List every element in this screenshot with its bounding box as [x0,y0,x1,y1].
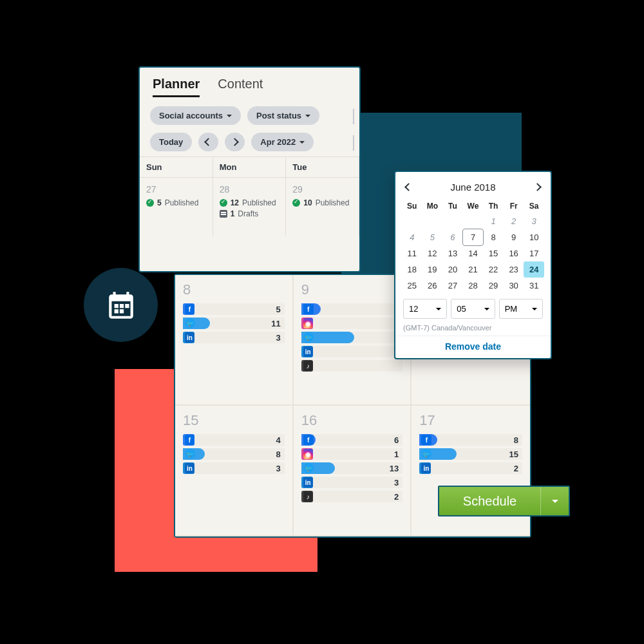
planner-day-cell[interactable]: 2910Published [286,178,359,236]
date-cell[interactable]: 21 [463,261,484,278]
time-minute-select[interactable]: 05 [451,299,495,319]
network-count: 11 [271,319,284,328]
month-select[interactable]: Apr 2022 [251,133,314,151]
planner-day-cell[interactable]: 275Published [140,178,213,236]
date-cell[interactable]: 3 [524,213,544,229]
week-day-cell[interactable]: 17f8🐦15in2 [412,406,530,536]
day-number: 8 [183,281,285,298]
picker-dow-row: SuMoTuWeThFrSa [395,199,551,213]
date-cell[interactable]: 20 [442,261,463,278]
time-minute-value: 05 [457,304,466,314]
next-month-arrow[interactable] [532,178,543,195]
date-cell[interactable]: 22 [483,261,504,278]
time-hour-select[interactable]: 12 [403,299,447,319]
date-cell[interactable]: 6 [442,229,463,245]
date-cell[interactable]: 7 [463,229,484,245]
remove-date-link[interactable]: Remove date [395,336,551,354]
week-day-cell[interactable]: 16f6◉1🐦13in3♪2 [294,406,412,536]
date-cell[interactable]: 29 [483,278,504,294]
network-row[interactable]: f [301,303,403,315]
calendar-badge [84,268,158,342]
week-day-cell[interactable]: 15f4🐦8in3 [175,406,294,536]
status-count: 12 [231,198,239,207]
week-day-cell[interactable]: 8f5🐦11in3 [175,275,294,406]
calendar-icon [105,289,137,321]
network-row[interactable]: ♪ [301,360,403,372]
network-row[interactable]: in [301,346,403,357]
date-cell[interactable]: 16 [504,245,524,261]
day-number: 9 [301,281,403,298]
today-button[interactable]: Today [150,133,192,151]
day-number: 15 [183,412,285,429]
network-row[interactable]: f4 [183,434,285,446]
status-count: 5 [157,198,162,207]
status-line: 1Drafts [220,209,279,218]
status-line: 10Published [292,198,352,207]
date-cell[interactable]: 26 [422,278,443,294]
network-row[interactable]: f5 [183,303,285,315]
date-cell[interactable]: 4 [402,229,422,245]
tab-planner[interactable]: Planner [153,77,200,97]
date-cell[interactable]: 27 [442,278,463,294]
linkedin-icon: in [303,477,313,488]
date-cell[interactable]: 5 [422,229,443,245]
network-count: 3 [276,464,284,473]
check-icon [292,199,300,207]
date-cell[interactable]: 18 [402,261,422,278]
network-row[interactable]: ◉ [301,317,403,329]
network-row[interactable]: 🐦13 [301,462,403,474]
chevron-down-icon [299,137,305,147]
network-row[interactable]: ◉1 [301,448,403,460]
time-ampm-select[interactable]: PM [499,299,543,319]
chevron-left-icon [205,137,211,147]
network-row[interactable]: 🐦 [301,332,403,343]
date-cell[interactable]: 15 [483,245,504,261]
network-row[interactable]: f6 [301,434,403,446]
date-cell[interactable]: 19 [422,261,443,278]
status-label: Published [165,198,199,207]
date-cell[interactable]: 25 [402,278,422,294]
filter-post-status[interactable]: Post status [247,106,319,125]
date-cell[interactable]: 9 [504,229,524,245]
planner-panel: Planner Content Social accounts Post sta… [138,66,361,272]
next-month-button[interactable] [225,133,245,151]
date-cell[interactable]: 24 [524,261,544,278]
network-row[interactable]: in3 [301,477,403,488]
date-cell[interactable]: 2 [504,213,524,229]
prev-month-arrow[interactable] [403,178,414,195]
tab-content[interactable]: Content [218,77,263,97]
date-cell[interactable]: 12 [422,245,443,261]
date-cell[interactable]: 14 [463,245,484,261]
prev-month-button[interactable] [198,133,218,151]
date-cell[interactable]: 28 [463,278,484,294]
network-row[interactable]: in3 [183,332,285,343]
network-row[interactable]: in2 [419,462,522,474]
network-row[interactable]: 🐦15 [419,448,522,460]
planner-day-cell[interactable]: 2812Published1Drafts [213,178,287,236]
filter-label: Social accounts [159,111,223,120]
filter-social-accounts[interactable]: Social accounts [150,106,241,125]
date-cell[interactable]: 31 [524,278,544,294]
date-cell[interactable]: 8 [483,229,504,245]
schedule-button[interactable]: Schedule [438,486,570,516]
linkedin-icon: in [185,463,194,473]
filter-label: Post status [256,111,301,120]
date-cell[interactable]: 10 [524,229,544,245]
date-cell[interactable]: 11 [402,245,422,261]
schedule-dropdown-toggle[interactable] [540,487,569,515]
network-row[interactable]: 🐦11 [183,317,285,329]
network-row[interactable]: ♪2 [301,491,403,502]
date-cell[interactable]: 30 [504,278,524,294]
network-row[interactable]: 🐦8 [183,448,285,460]
day-number: 28 [220,184,279,194]
facebook-icon: f [185,435,194,445]
date-cell[interactable]: 13 [442,245,463,261]
date-cell[interactable]: 17 [524,245,544,261]
draft-icon [220,210,227,218]
date-cell[interactable]: 1 [483,213,504,229]
network-row[interactable]: in3 [183,462,285,474]
network-row[interactable]: f8 [419,434,522,446]
date-cell[interactable]: 23 [504,261,524,278]
dow-label: Su [402,199,422,213]
status-label: Published [242,198,276,207]
